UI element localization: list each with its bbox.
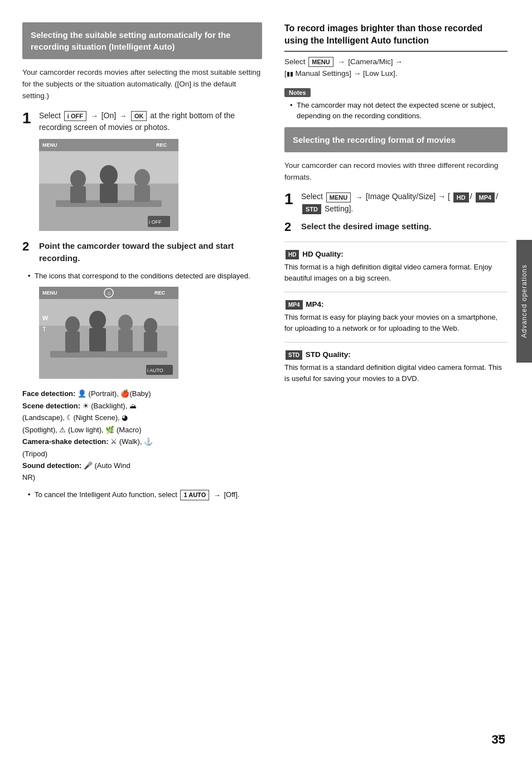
ok-icon: OK: [131, 111, 147, 121]
camera-shake-detection: Camera-shake detection: ⚔ (Walk), ⚓ (Tri…: [22, 436, 262, 460]
svg-rect-8: [134, 185, 150, 202]
hd-quality-icon: HD: [286, 250, 299, 259]
step-num-2r: 2: [284, 220, 297, 234]
right-heading-1: To record images brighter than those rec…: [284, 22, 507, 52]
right-intro: Select MENU → [Camera/Mic] → [▮▮ Manual …: [284, 56, 507, 80]
step-2-content: Point the camcorder toward the subject a…: [39, 240, 262, 265]
hd-text: This format is a high definition digital…: [284, 262, 507, 284]
step2-bullet: The icons that correspond to the conditi…: [28, 271, 262, 282]
divider-hd: [284, 242, 507, 242]
mp4-quality-icon: MP4: [286, 300, 303, 310]
notes-label: Notes: [284, 88, 311, 97]
camera-screenshot-1: MENU REC i OFF: [39, 139, 178, 231]
page-number: 35: [492, 732, 505, 747]
svg-point-17: [65, 316, 80, 333]
sound-detection: Sound detection: 🎤​ (Auto Wind NR): [22, 460, 262, 484]
mp4-text: This format is easy for playing back you…: [284, 312, 507, 334]
svg-text:T: T: [42, 326, 46, 332]
std-text: This format is a standard definition dig…: [284, 362, 507, 384]
notes-content: The camcorder may not detect the expecte…: [290, 100, 507, 122]
menu-icon-right: MENU: [308, 57, 333, 67]
svg-rect-6: [100, 184, 118, 203]
step-num-1r: 1: [284, 191, 297, 208]
face-icons: 👤 (Portrait), 🍎(Baby): [78, 389, 151, 398]
svg-point-3: [70, 170, 86, 188]
step-2-left: 2 Point the camcorder toward the subject…: [22, 240, 262, 265]
svg-text:W: W: [42, 315, 49, 321]
svg-rect-24: [144, 332, 157, 352]
svg-rect-18: [65, 331, 80, 353]
camera-shake-tripod: (Tripod): [22, 450, 47, 458]
svg-text:MENU: MENU: [42, 290, 57, 296]
scene-icons-3: (Spotlight), ⚠ (Low light), 🌿 (Macro): [22, 426, 142, 434]
scene-detection-label: Scene detection:: [22, 402, 80, 410]
svg-text:☺: ☺: [107, 291, 112, 296]
svg-point-23: [144, 318, 157, 334]
mp4-heading: MP4 MP4:: [284, 300, 507, 310]
face-detection-label: Face detection:: [22, 389, 75, 398]
scene-icons-2: (Landscape), ☾(Night Scene), ◕: [22, 413, 128, 422]
step-1-right: 1 Select MENU → [Image Quality/Size] → […: [284, 191, 507, 214]
section-title-left: Selecting the suitable setting automatic…: [22, 22, 262, 59]
scene-icons: ☀ (Backlight), ⛰: [83, 402, 137, 410]
svg-rect-20: [89, 328, 106, 351]
page: Selecting the suitable setting automatic…: [0, 0, 532, 757]
scene-detection: Scene detection: ☀ (Backlight), ⛰ (Lands…: [22, 400, 262, 436]
iauto-icon: i OFF: [64, 111, 86, 121]
step-1-content: Select i OFF → [On] → OK at the right bo…: [39, 110, 262, 133]
svg-point-19: [89, 311, 106, 330]
notes-box: Notes The camcorder may not detect the e…: [284, 88, 507, 122]
step-2-right: 2 Select the desired image setting.: [284, 220, 507, 234]
hd-icon: HD: [453, 192, 469, 202]
step1-label: Select: [39, 111, 61, 120]
svg-text:REC: REC: [154, 290, 166, 296]
cancel-note: To cancel the Intelligent Auto function,…: [28, 489, 262, 500]
svg-rect-4: [70, 186, 86, 203]
svg-text:REC: REC: [156, 142, 167, 148]
camera-screenshot-2: MENU ☺ REC W T i AUTO: [39, 287, 178, 379]
section-title-right: Selecting the recording format of movies: [284, 127, 507, 152]
svg-point-7: [134, 169, 150, 187]
mp4-icon: MP4: [476, 192, 495, 202]
side-tab: Advanced operations: [516, 240, 532, 363]
sound-icons: 🎤​ (Auto Wind: [84, 461, 130, 470]
std-heading: STD STD Quality:: [284, 350, 507, 360]
left-column: Selecting the suitable setting automatic…: [22, 22, 279, 735]
step-num-2: 2: [22, 240, 35, 253]
step-2r-content: Select the desired image setting.: [301, 220, 507, 233]
right-intro2: Your camcorder can record movies with th…: [284, 160, 507, 184]
svg-text:i OFF: i OFF: [149, 219, 162, 225]
hd-heading: HD HD Quality:: [284, 250, 507, 259]
sound-detection-label: Sound detection:: [22, 461, 81, 470]
svg-point-21: [118, 315, 133, 331]
sound-icons-2: NR): [22, 473, 35, 481]
svg-text:i AUTO: i AUTO: [147, 368, 163, 373]
intro-text-left: Your camcorder records movies after sele…: [22, 67, 262, 102]
side-tab-text: Advanced operations: [520, 264, 528, 338]
detection-block: Face detection: 👤 (Portrait), 🍎(Baby) Sc…: [22, 388, 262, 484]
svg-text:MENU: MENU: [42, 142, 57, 148]
step-1-left: 1 Select i OFF → [On] → OK at the right …: [22, 110, 262, 133]
step-num-1: 1: [22, 110, 35, 127]
camera-shake-icons: ⚔ (Walk), ⚓: [110, 437, 153, 446]
std-icon: STD: [302, 204, 321, 214]
svg-point-5: [100, 165, 118, 185]
right-column: To record images brighter than those rec…: [279, 22, 507, 735]
divider-std: [284, 342, 507, 343]
divider-mp4: [284, 292, 507, 292]
std-quality-icon: STD: [286, 350, 302, 360]
camera-shake-label: Camera-shake detection:: [22, 437, 109, 446]
svg-rect-22: [118, 330, 133, 352]
face-detection: Face detection: 👤 (Portrait), 🍎(Baby): [22, 388, 262, 399]
menu-icon-step1r: MENU: [326, 192, 351, 202]
step-1r-content: Select MENU → [Image Quality/Size] → [ H…: [301, 191, 507, 214]
iauto-cancel-icon: 1 AUTO: [180, 490, 209, 500]
